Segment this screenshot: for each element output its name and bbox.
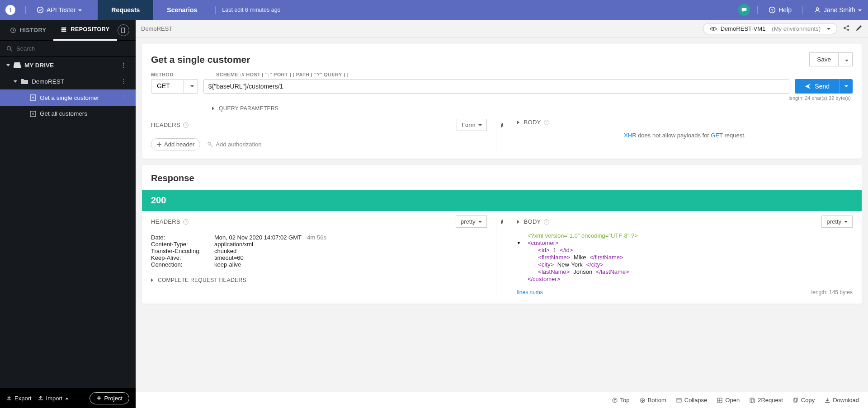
collapse-right-icon[interactable] xyxy=(501,124,503,128)
tab-scenarios[interactable]: Scenarios xyxy=(153,0,211,20)
method-value: GET xyxy=(151,79,184,94)
add-auth-label: Add authorization xyxy=(216,141,261,148)
tree-request-item[interactable]: Get all customers xyxy=(0,106,136,122)
svg-rect-24 xyxy=(794,399,797,402)
response-body-col: BODY ? pretty <?xml version="1.0" encodi… xyxy=(508,216,853,295)
response-headers-label: HEADERS xyxy=(151,218,180,225)
help-link[interactable]: ? Help xyxy=(762,6,798,14)
export-button[interactable]: Export xyxy=(6,395,32,402)
sidebar-tab-label: HISTORY xyxy=(20,27,46,33)
lines-nums-toggle[interactable]: lines nums xyxy=(517,289,543,295)
caret-right-icon[interactable] xyxy=(517,220,519,224)
project-btn-label: Project xyxy=(104,395,123,402)
tree-drive-root[interactable]: MY DRIVE ⋮ xyxy=(0,57,136,73)
more-icon[interactable]: ⋮ xyxy=(118,94,129,101)
sidebar: HISTORY REPOSITORY MY DRIVE ⋮ xyxy=(0,20,136,408)
edit-button[interactable] xyxy=(855,24,863,33)
sidebar-tab-history[interactable]: HISTORY xyxy=(3,20,53,41)
help-icon[interactable]: ? xyxy=(544,219,549,225)
search-icon xyxy=(6,46,13,52)
svg-rect-5 xyxy=(61,28,66,29)
add-header-label: Add header xyxy=(164,141,194,148)
footer-collapse[interactable]: Collapse xyxy=(676,397,708,403)
save-dropdown[interactable] xyxy=(839,52,853,66)
request-icon xyxy=(30,111,36,117)
main: DemoREST DemoREST-VM1 (My environments) … xyxy=(136,20,868,408)
help-icon[interactable]: ? xyxy=(183,122,189,128)
open-icon xyxy=(717,398,722,403)
column-collapse-arrows xyxy=(496,119,508,150)
url-input[interactable] xyxy=(203,79,790,94)
footer-open[interactable]: Open xyxy=(717,397,740,403)
top-icon xyxy=(612,398,618,403)
main-scroll[interactable]: Get a single customer Save METHOD SCHEME… xyxy=(136,38,868,392)
chevron-down-icon xyxy=(478,124,482,126)
svg-point-16 xyxy=(847,29,849,31)
footer-copy[interactable]: Copy xyxy=(793,397,815,403)
xhr-link[interactable]: XHR xyxy=(624,132,636,139)
send-button[interactable]: Send xyxy=(795,79,840,94)
tab-requests[interactable]: Requests xyxy=(98,0,153,20)
tree-request-item[interactable]: Get a single customer ⋮ xyxy=(0,89,136,106)
chevron-down-icon xyxy=(190,85,194,87)
user-menu[interactable]: Jane Smith xyxy=(807,6,868,14)
request-body-col: BODY ? XHR does not allow payloads for G… xyxy=(508,119,853,150)
request-label: Get all customers xyxy=(40,110,87,117)
query-params-toggle[interactable]: QUERY PARAMETERS xyxy=(142,101,862,114)
caret-right-icon xyxy=(151,278,153,282)
help-icon[interactable]: ? xyxy=(183,219,189,225)
key-icon xyxy=(208,142,213,147)
user-name: Jane Smith xyxy=(824,6,855,14)
headers-view-dropdown[interactable]: pretty xyxy=(456,216,487,228)
request-headers-col: HEADERS ? Form Add header xyxy=(151,119,496,150)
plus-icon xyxy=(157,142,161,147)
svg-rect-6 xyxy=(61,29,66,30)
eye-icon xyxy=(710,26,717,32)
sidebar-tabs: HISTORY REPOSITORY xyxy=(0,20,136,41)
search-input[interactable] xyxy=(16,45,129,52)
xhr-method-link[interactable]: GET xyxy=(711,132,723,139)
more-icon[interactable]: ⋮ xyxy=(118,78,129,85)
method-select[interactable]: GET xyxy=(151,79,198,94)
footer-download[interactable]: Download xyxy=(825,397,859,403)
footer-bottom[interactable]: Bottom xyxy=(640,397,666,403)
headers-view-dropdown[interactable]: Form xyxy=(457,119,486,131)
import-button[interactable]: Import xyxy=(38,395,69,402)
collapse-icon xyxy=(676,398,682,403)
collapse-right-icon[interactable] xyxy=(501,221,503,225)
file-plus-icon xyxy=(120,27,127,33)
project-button[interactable]: Project xyxy=(90,392,129,404)
sidebar-tab-repository[interactable]: REPOSITORY xyxy=(53,20,117,41)
caret-down-icon xyxy=(6,64,10,66)
plus-icon xyxy=(96,395,102,401)
feedback-button[interactable] xyxy=(738,4,750,16)
download-icon xyxy=(825,398,830,403)
footer-top[interactable]: Top xyxy=(612,397,630,403)
checklist-icon xyxy=(37,6,44,14)
method-dropdown-toggle[interactable] xyxy=(184,79,198,94)
add-auth-link[interactable]: Add authorization xyxy=(208,141,261,148)
complete-request-headers-toggle[interactable]: COMPLETE REQUEST HEADERS xyxy=(151,277,487,283)
response-xml-body: <?xml version="1.0" encoding="UTF-8" ?> … xyxy=(517,232,853,283)
header-row: Date:Mon, 02 Nov 2020 14:07:02 GMT-4m 56… xyxy=(151,234,487,241)
tree-project[interactable]: DemoREST ⋮ xyxy=(0,73,136,89)
main-header: DemoREST DemoREST-VM1 (My environments) xyxy=(136,20,868,38)
add-new-button[interactable] xyxy=(118,24,129,36)
help-icon[interactable]: ? xyxy=(544,120,549,125)
save-button[interactable]: Save xyxy=(809,52,839,66)
environment-picker[interactable]: DemoREST-VM1 (My environments) xyxy=(703,23,837,34)
add-header-button[interactable]: Add header xyxy=(151,138,200,150)
app-logo[interactable]: t xyxy=(5,5,15,15)
more-icon[interactable]: ⋮ xyxy=(118,61,129,69)
svg-point-3 xyxy=(816,8,818,10)
send-dropdown[interactable] xyxy=(840,79,853,94)
svg-rect-8 xyxy=(122,28,125,33)
copy-icon xyxy=(793,398,798,403)
caret-right-icon[interactable] xyxy=(517,121,519,124)
product-switcher[interactable]: API Tester xyxy=(30,6,88,14)
topbar: t API Tester Requests Scenarios Last edi… xyxy=(0,0,868,20)
footer-2request[interactable]: 2Request xyxy=(750,397,783,403)
share-button[interactable] xyxy=(843,24,850,33)
body-view-dropdown[interactable]: pretty xyxy=(821,216,853,228)
svg-text:?: ? xyxy=(771,8,774,13)
